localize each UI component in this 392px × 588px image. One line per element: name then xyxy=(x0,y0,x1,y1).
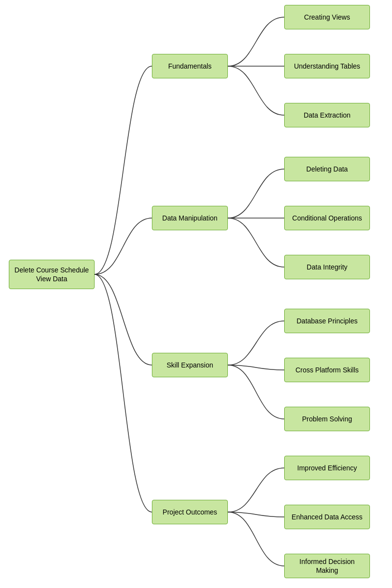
diagram-container: Delete Course Schedule View DataFundamen… xyxy=(0,0,392,588)
node-fundamentals: Fundamentals xyxy=(152,54,228,78)
node-understanding_tables: Understanding Tables xyxy=(284,54,370,78)
node-enhanced_data_access: Enhanced Data Access xyxy=(284,505,370,529)
node-improved_efficiency: Improved Efficiency xyxy=(284,456,370,480)
node-database_principles: Database Principles xyxy=(284,309,370,333)
node-creating_views: Creating Views xyxy=(284,5,370,29)
node-root: Delete Course Schedule View Data xyxy=(9,260,95,289)
node-conditional_operations: Conditional Operations xyxy=(284,206,370,230)
node-data_integrity: Data Integrity xyxy=(284,255,370,279)
node-skill_expansion: Skill Expansion xyxy=(152,353,228,377)
node-cross_platform_skills: Cross Platform Skills xyxy=(284,358,370,382)
node-problem_solving: Problem Solving xyxy=(284,407,370,431)
node-deleting_data: Deleting Data xyxy=(284,157,370,181)
node-data_manipulation: Data Manipulation xyxy=(152,206,228,230)
node-data_extraction: Data Extraction xyxy=(284,103,370,127)
node-project_outcomes: Project Outcomes xyxy=(152,500,228,524)
node-informed_decision_making: Informed Decision Making xyxy=(284,554,370,578)
